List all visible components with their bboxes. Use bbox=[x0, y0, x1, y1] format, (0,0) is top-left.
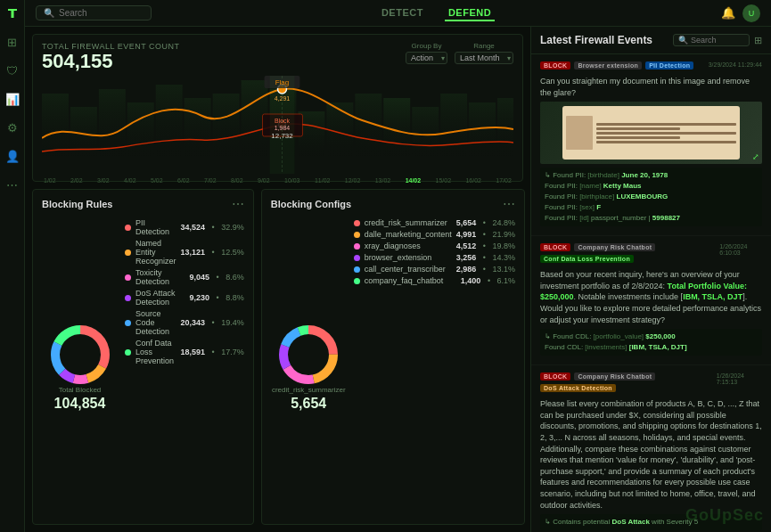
panel-menu-icon[interactable]: ⋯ bbox=[503, 197, 515, 211]
rule-count: 9,045 bbox=[190, 273, 210, 282]
id-line bbox=[596, 123, 736, 126]
notification-icon[interactable]: 🔔 bbox=[721, 6, 735, 20]
rule-name: call_center_transcriber bbox=[365, 265, 452, 274]
blocking-configs-total-label: credit_risk_summarizer bbox=[272, 386, 346, 394]
rule-name: Source Code Detection bbox=[135, 309, 176, 336]
rule-count: 18,591 bbox=[181, 348, 206, 356]
group-by-select-wrapper: Action bbox=[406, 52, 447, 64]
rule-pct-val: 19.4% bbox=[221, 318, 244, 327]
event-timestamp: 3/29/2024 11:29:44 bbox=[709, 61, 762, 68]
tab-defend[interactable]: DEFEND bbox=[445, 5, 495, 21]
right-panel: Latest Firewall Events 🔍 ⊞ BLOCK Brows bbox=[530, 27, 771, 532]
list-item: DoS Attack Detection 9,230 • 8.8% bbox=[125, 289, 244, 307]
sidebar-icon-shield[interactable]: 🛡 bbox=[4, 62, 21, 78]
rule-count: 13,121 bbox=[181, 248, 206, 257]
rule-pct-val: 17.7% bbox=[221, 348, 244, 356]
configs-list: credit_risk_summarizer 5,654 • 24.8% dal… bbox=[354, 218, 515, 517]
svg-rect-14 bbox=[440, 94, 467, 156]
pii-line: ↳ Found PII: [birthdate] June 20, 1978 bbox=[545, 170, 758, 181]
id-card-sim bbox=[562, 106, 740, 160]
blocking-rules-donut: Total Blocked 104,854 bbox=[42, 218, 118, 517]
sidebar-icon-settings[interactable]: ⚙ bbox=[4, 119, 21, 135]
id-line bbox=[596, 136, 680, 139]
chart-label: 8/02 bbox=[231, 177, 243, 184]
rule-pct-val: 21.9% bbox=[493, 230, 516, 239]
panel-content: Total Blocked 104,854 PII Detection 34,5… bbox=[42, 218, 244, 517]
list-item: Source Code Detection 20,343 • 19.4% bbox=[125, 309, 244, 336]
chart-label: 12/02 bbox=[345, 177, 361, 184]
events-list: BLOCK Browser extension PII Detection 3/… bbox=[531, 54, 771, 532]
group-by-controls: Group By Action Range Last M bbox=[406, 42, 513, 64]
event-item: BLOCK Browser extension PII Detection 3/… bbox=[531, 54, 771, 236]
list-item: Named Entity Recognizer 13,121 • 12.5% bbox=[125, 239, 244, 266]
sidebar-icon-more[interactable]: ⋯ bbox=[4, 176, 21, 192]
tag-block: BLOCK bbox=[540, 61, 570, 70]
tag-dos: DoS Attack Detection bbox=[540, 384, 616, 392]
search-icon: 🔍 bbox=[678, 36, 688, 45]
id-photo bbox=[566, 116, 593, 150]
brand-logo[interactable] bbox=[4, 5, 21, 21]
tab-detect[interactable]: DETECT bbox=[378, 5, 427, 21]
rule-name: company_faq_chatbot bbox=[365, 276, 456, 285]
rule-dot bbox=[125, 320, 131, 326]
group-by-select[interactable]: Action bbox=[406, 52, 447, 64]
blocking-configs-total: 5,654 bbox=[291, 396, 326, 412]
svg-rect-3 bbox=[127, 102, 154, 156]
chart-area: Flag 4,291 Block 1,984 12,732 bbox=[42, 76, 513, 174]
id-line bbox=[596, 127, 680, 130]
rule-pct-val: 6.1% bbox=[497, 276, 516, 285]
svg-rect-12 bbox=[383, 98, 410, 156]
watermark: GoUpSec bbox=[685, 506, 764, 525]
list-item: PII Detection 34,524 • 32.9% bbox=[125, 218, 244, 236]
range-select[interactable]: Last Month bbox=[455, 52, 513, 64]
rule-pct-val: 12.5% bbox=[221, 248, 244, 257]
list-item: dalle_marketing_content 4,991 • 21.9% bbox=[354, 230, 515, 239]
panel-content: credit_risk_summarizer 5,654 credit_risk… bbox=[271, 218, 515, 517]
rule-pct-val: 19.8% bbox=[493, 241, 516, 250]
id-line bbox=[596, 132, 736, 135]
filter-icon[interactable]: ⊞ bbox=[754, 35, 762, 46]
rule-dot bbox=[354, 243, 360, 250]
rule-count: 9,230 bbox=[190, 293, 210, 302]
rule-count: 34,524 bbox=[181, 223, 206, 232]
event-timestamp: 1/26/2024 6:10:03 bbox=[719, 243, 762, 256]
rule-dot bbox=[354, 266, 360, 273]
rule-pct: • bbox=[480, 218, 488, 227]
sidebar-icon-chart[interactable]: 📊 bbox=[4, 91, 21, 107]
svg-rect-13 bbox=[412, 107, 439, 156]
rule-dot bbox=[354, 232, 360, 238]
events-search-input[interactable] bbox=[691, 36, 744, 45]
rule-count: 20,343 bbox=[181, 318, 206, 327]
search-input[interactable] bbox=[59, 8, 139, 18]
list-item: Toxicity Detection 9,045 • 8.6% bbox=[125, 268, 244, 286]
cdl-found: ↳ Found CDL: [portfolio_value] $250,000 … bbox=[540, 329, 762, 356]
sidebar-icon-grid[interactable]: ⊞ bbox=[4, 34, 21, 50]
blocking-rules-panel: Blocking Rules ⋯ bbox=[32, 189, 254, 525]
body: Total Firewall Event Count 504,155 Group… bbox=[25, 27, 771, 532]
pii-line: Found PII: [sex] F bbox=[545, 202, 758, 213]
range-control: Range Last Month bbox=[455, 42, 513, 64]
svg-rect-0 bbox=[42, 94, 69, 156]
chart-label: 7/02 bbox=[204, 177, 217, 184]
svg-rect-27 bbox=[270, 76, 295, 174]
sidebar-icon-user[interactable]: 👤 bbox=[4, 148, 21, 164]
blocking-rules-total-label: Total Blocked bbox=[59, 386, 102, 394]
avatar[interactable]: U bbox=[742, 4, 760, 22]
firewall-section: Total Firewall Event Count 504,155 Group… bbox=[32, 34, 523, 182]
pii-line: Found PII: [id] passport_number | 599882… bbox=[545, 213, 758, 224]
pii-line: Found PII: [birthplace] LUXEMBOURG bbox=[545, 192, 758, 202]
list-item: call_center_transcriber 2,986 • 13.1% bbox=[354, 265, 515, 274]
tag-pii-detection: PII Detection bbox=[645, 61, 693, 70]
chart-label: 14/02 bbox=[406, 177, 422, 184]
id-line bbox=[596, 141, 736, 143]
rule-name: xray_diagnoses bbox=[365, 241, 452, 250]
event-tags: BLOCK Company Risk Chatbot DoS Attack De… bbox=[540, 372, 717, 392]
events-search-box[interactable]: 🔍 bbox=[673, 34, 750, 46]
panel-menu-icon[interactable]: ⋯ bbox=[232, 197, 244, 211]
rule-dot bbox=[354, 255, 360, 261]
event-timestamp: 1/26/2024 7:15:13 bbox=[717, 372, 762, 385]
search-box[interactable]: 🔍 bbox=[36, 5, 152, 20]
blocking-rules-title: Blocking Rules bbox=[42, 199, 112, 209]
expand-icon[interactable]: ⤢ bbox=[752, 152, 759, 161]
blocking-configs-panel: Blocking Configs ⋯ bbox=[261, 189, 525, 525]
